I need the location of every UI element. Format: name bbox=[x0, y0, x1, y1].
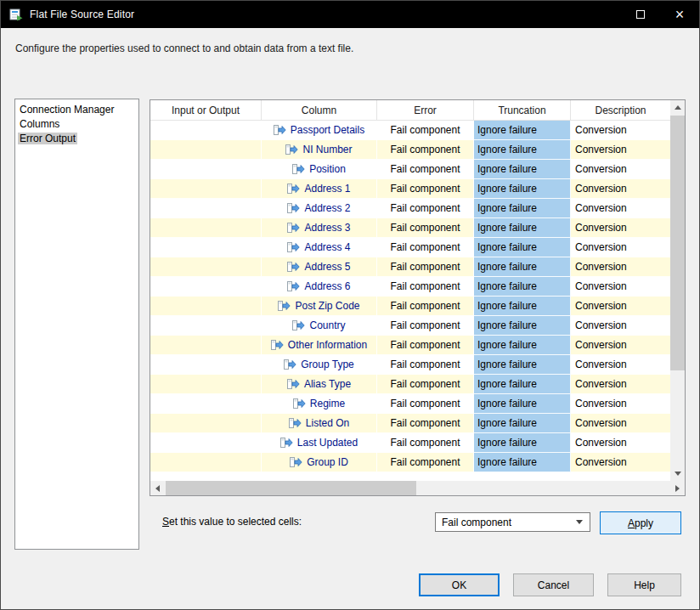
cell-truncation[interactable]: Ignore failure bbox=[474, 199, 571, 218]
column-name-text: Group ID bbox=[307, 456, 348, 468]
cell-description[interactable]: Conversion bbox=[571, 140, 670, 160]
cell-input-or-output bbox=[150, 414, 262, 433]
cell-description[interactable]: Conversion bbox=[571, 121, 670, 140]
cell-column-name: Address 3 bbox=[262, 218, 377, 238]
cell-error[interactable]: Fail component bbox=[377, 355, 474, 375]
help-button[interactable]: Help bbox=[607, 573, 681, 596]
cell-truncation[interactable]: Ignore failure bbox=[474, 414, 571, 433]
cell-description[interactable]: Conversion bbox=[571, 238, 670, 257]
cell-error[interactable]: Fail component bbox=[377, 218, 474, 238]
column-name-text: Group Type bbox=[301, 359, 353, 370]
cell-description[interactable]: Conversion bbox=[571, 277, 670, 297]
horizontal-scrollbar[interactable] bbox=[150, 481, 685, 495]
column-arrow-icon bbox=[287, 379, 300, 389]
close-button[interactable]: × bbox=[660, 1, 699, 28]
ok-button[interactable]: OK bbox=[419, 573, 500, 596]
cell-error[interactable]: Fail component bbox=[377, 199, 474, 218]
cell-error[interactable]: Fail component bbox=[377, 433, 474, 453]
cell-description[interactable]: Conversion bbox=[571, 297, 670, 316]
cell-description[interactable]: Conversion bbox=[571, 375, 670, 394]
cell-error[interactable]: Fail component bbox=[377, 160, 474, 179]
column-arrow-icon bbox=[287, 203, 300, 213]
scroll-up-button[interactable] bbox=[670, 100, 685, 115]
cell-description[interactable]: Conversion bbox=[571, 316, 670, 336]
grid-header-error[interactable]: Error bbox=[377, 100, 474, 120]
cell-description[interactable]: Conversion bbox=[571, 453, 670, 472]
cell-input-or-output bbox=[150, 453, 262, 472]
grid-header-input-or-output[interactable]: Input or Output bbox=[150, 100, 262, 120]
app-icon bbox=[9, 8, 23, 21]
vertical-scroll-thumb[interactable] bbox=[670, 116, 685, 370]
cell-truncation[interactable]: Ignore failure bbox=[474, 238, 571, 257]
cell-description[interactable]: Conversion bbox=[571, 218, 670, 238]
column-name-text: Address 1 bbox=[304, 183, 350, 195]
cell-truncation[interactable]: Ignore failure bbox=[474, 218, 571, 238]
cell-truncation[interactable]: Ignore failure bbox=[474, 433, 571, 453]
sidebar-item-error-output[interactable]: Error Output bbox=[15, 132, 138, 146]
cell-error[interactable]: Fail component bbox=[377, 394, 474, 414]
cell-truncation[interactable]: Ignore failure bbox=[474, 394, 571, 414]
grid-header-column[interactable]: Column bbox=[262, 100, 377, 120]
column-name-text: NI Number bbox=[302, 144, 352, 155]
cell-truncation[interactable]: Ignore failure bbox=[474, 277, 571, 297]
vertical-scrollbar[interactable] bbox=[670, 100, 685, 481]
cell-error[interactable]: Fail component bbox=[377, 140, 474, 160]
sidebar-item-columns[interactable]: Columns bbox=[15, 117, 138, 132]
cell-truncation[interactable]: Ignore failure bbox=[474, 140, 571, 160]
cell-description[interactable]: Conversion bbox=[571, 433, 670, 453]
cell-error[interactable]: Fail component bbox=[377, 316, 474, 336]
cell-error[interactable]: Fail component bbox=[377, 179, 474, 199]
cell-description[interactable]: Conversion bbox=[571, 336, 670, 355]
cell-column-name: Address 6 bbox=[262, 277, 377, 297]
cell-truncation[interactable]: Ignore failure bbox=[474, 121, 571, 140]
cell-error[interactable]: Fail component bbox=[377, 277, 474, 297]
scroll-left-button[interactable] bbox=[150, 481, 165, 495]
cell-error[interactable]: Fail component bbox=[377, 375, 474, 394]
cell-description[interactable]: Conversion bbox=[571, 179, 670, 199]
cell-column-name: Position bbox=[262, 160, 377, 179]
apply-button[interactable]: Apply bbox=[600, 511, 681, 534]
cell-truncation[interactable]: Ignore failure bbox=[474, 316, 571, 336]
column-arrow-icon bbox=[285, 144, 298, 155]
column-arrow-icon bbox=[289, 418, 302, 428]
cell-description[interactable]: Conversion bbox=[571, 160, 670, 179]
cell-error[interactable]: Fail component bbox=[377, 121, 474, 140]
sidebar-item-connection-manager[interactable]: Connection Manager bbox=[15, 103, 138, 117]
cancel-button[interactable]: Cancel bbox=[513, 573, 594, 596]
cell-truncation[interactable]: Ignore failure bbox=[474, 453, 571, 472]
sidebar: Connection ManagerColumnsError Output bbox=[14, 99, 139, 550]
cell-column-name: Country bbox=[262, 316, 377, 336]
grid-header-truncation[interactable]: Truncation bbox=[474, 100, 571, 120]
cell-truncation[interactable]: Ignore failure bbox=[474, 160, 571, 179]
column-name-text: Last Updated bbox=[297, 437, 358, 449]
cell-truncation[interactable]: Ignore failure bbox=[474, 375, 571, 394]
maximize-button[interactable] bbox=[621, 1, 660, 28]
close-icon: × bbox=[675, 7, 685, 22]
cell-truncation[interactable]: Ignore failure bbox=[474, 355, 571, 375]
cell-error[interactable]: Fail component bbox=[377, 336, 474, 355]
cell-error[interactable]: Fail component bbox=[377, 414, 474, 433]
table-row: Address 1 Fail component Ignore failure … bbox=[150, 179, 670, 199]
cell-truncation[interactable]: Ignore failure bbox=[474, 336, 571, 355]
set-value-dropdown[interactable]: Fail component bbox=[435, 512, 590, 532]
cell-truncation[interactable]: Ignore failure bbox=[474, 179, 571, 199]
cell-error[interactable]: Fail component bbox=[377, 257, 474, 277]
cell-error[interactable]: Fail component bbox=[377, 297, 474, 316]
grid-header-description[interactable]: Description bbox=[571, 100, 670, 120]
scroll-right-button[interactable] bbox=[670, 481, 685, 495]
column-arrow-icon bbox=[287, 223, 300, 233]
cell-description[interactable]: Conversion bbox=[571, 199, 670, 218]
cell-description[interactable]: Conversion bbox=[571, 355, 670, 375]
cell-description[interactable]: Conversion bbox=[571, 257, 670, 277]
horizontal-scroll-thumb[interactable] bbox=[166, 481, 416, 495]
cell-truncation[interactable]: Ignore failure bbox=[474, 257, 571, 277]
cell-description[interactable]: Conversion bbox=[571, 394, 670, 414]
cell-error[interactable]: Fail component bbox=[377, 453, 474, 472]
cell-truncation[interactable]: Ignore failure bbox=[474, 297, 571, 316]
cell-error[interactable]: Fail component bbox=[377, 238, 474, 257]
cell-input-or-output bbox=[150, 316, 262, 336]
cell-description[interactable]: Conversion bbox=[571, 414, 670, 433]
set-value-label: Set this value to selected cells: bbox=[162, 516, 302, 528]
scroll-down-button[interactable] bbox=[670, 466, 685, 481]
window-title: Flat File Source Editor bbox=[30, 8, 134, 20]
